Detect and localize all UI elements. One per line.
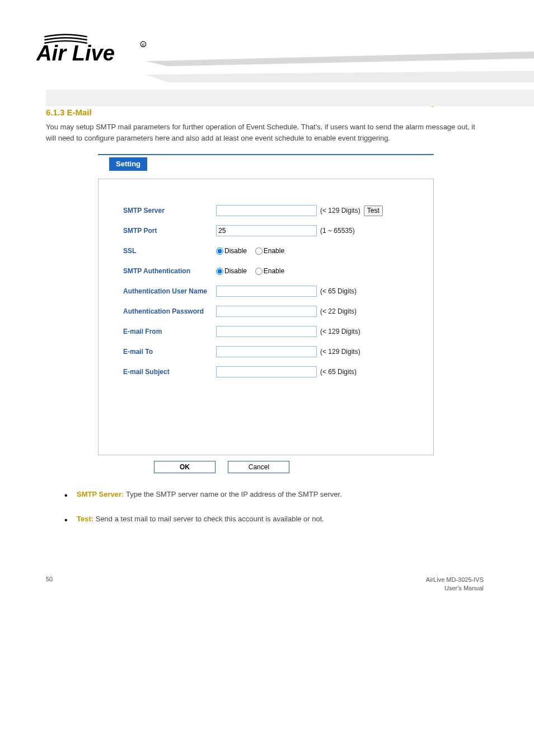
label-email-from: E-mail From <box>110 328 216 335</box>
hint-auth-pass: (< 22 Digits) <box>320 307 357 315</box>
label-smtp-server: SMTP Server <box>110 207 216 214</box>
hint-email-to: (< 129 Digits) <box>320 348 360 356</box>
smtp-server-input[interactable] <box>216 205 317 216</box>
footer-product: AirLive MD-3025-IVS User's Manual <box>426 576 484 593</box>
auth-disable-option[interactable]: Disable <box>216 267 247 275</box>
test-button[interactable]: Test <box>364 206 383 216</box>
panel-top-rule <box>98 154 434 155</box>
label-auth-user: Authentication User Name <box>110 287 216 295</box>
auth-enable-option[interactable]: Enable <box>255 267 284 275</box>
bullet-smtp-server: SMTP Server: Type the SMTP server name o… <box>64 489 467 500</box>
label-ssl: SSL <box>110 247 216 255</box>
hint-smtp-server: (< 129 Digits) <box>320 207 360 214</box>
svg-marker-4 <box>146 71 534 82</box>
label-auth-pass: Authentication Password <box>110 307 216 315</box>
bullet-test: Test: Send a test mail to mail server to… <box>64 514 467 525</box>
tab-setting[interactable]: Setting <box>109 157 147 171</box>
section-heading: 6.1.3 E-Mail <box>46 108 534 117</box>
settings-panel: SMTP Server (< 129 Digits) Test SMTP Por… <box>98 179 434 455</box>
svg-text:Air Live: Air Live <box>36 41 115 65</box>
ok-button[interactable]: OK <box>154 461 216 473</box>
hint-auth-user: (< 65 Digits) <box>320 287 357 295</box>
bullet-list: SMTP Server: Type the SMTP server name o… <box>64 489 467 525</box>
email-subject-input[interactable] <box>216 366 317 377</box>
auth-disable-radio[interactable] <box>216 268 223 275</box>
svg-marker-3 <box>146 52 534 66</box>
label-email-to: E-mail To <box>110 348 216 356</box>
smtp-port-input[interactable] <box>216 225 317 236</box>
ssl-disable-option[interactable]: Disable <box>216 247 247 255</box>
hint-email-from: (< 129 Digits) <box>320 328 360 335</box>
label-smtp-port: SMTP Port <box>110 227 216 235</box>
ssl-enable-option[interactable]: Enable <box>255 247 284 255</box>
auth-pass-input[interactable] <box>216 306 317 317</box>
airlive-logo: Air Live R <box>36 31 154 70</box>
ssl-enable-radio[interactable] <box>255 248 263 255</box>
label-smtp-auth: SMTP Authentication <box>110 267 216 275</box>
label-email-subj: E-mail Subject <box>110 368 216 376</box>
section-description: You may setup SMTP mail parameters for f… <box>46 122 478 144</box>
page-number: 50 <box>46 576 53 593</box>
auth-user-input[interactable] <box>216 286 317 297</box>
auth-enable-radio[interactable] <box>255 268 263 275</box>
header-decor <box>146 52 534 82</box>
email-from-input[interactable] <box>216 326 317 337</box>
svg-text:R: R <box>142 43 144 47</box>
hint-email-subj: (< 65 Digits) <box>320 368 357 376</box>
cancel-button[interactable]: Cancel <box>228 461 289 473</box>
email-to-input[interactable] <box>216 346 317 357</box>
hint-smtp-port: (1 ~ 65535) <box>320 227 355 235</box>
sub-header-band <box>46 90 534 106</box>
ssl-disable-radio[interactable] <box>216 248 223 255</box>
